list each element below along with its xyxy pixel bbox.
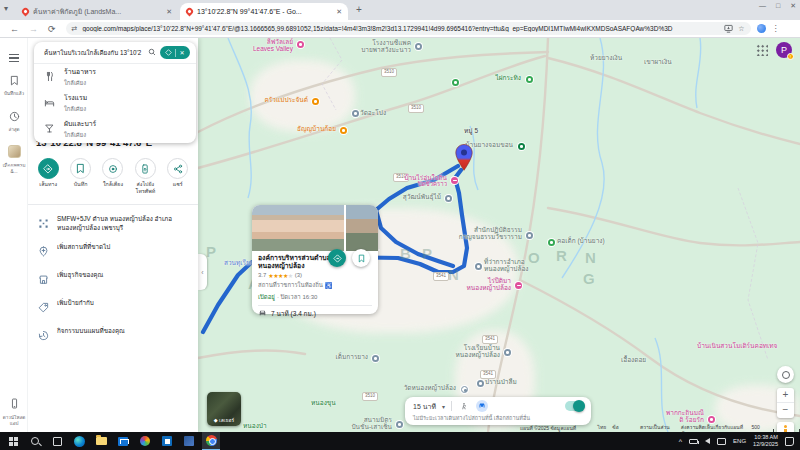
start-button[interactable] bbox=[4, 432, 22, 450]
car-mode-button[interactable] bbox=[476, 400, 488, 412]
google-apps-icon[interactable] bbox=[756, 44, 768, 56]
browser-menu-icon[interactable]: ⋮ bbox=[772, 24, 780, 33]
rail-item-เมืองเพชรบ &...[interactable]: เมืองเพชรบ &... bbox=[0, 144, 28, 174]
duration-caret-icon[interactable]: ▾ bbox=[442, 403, 445, 410]
mail-button[interactable] bbox=[114, 432, 132, 450]
photos-button[interactable] bbox=[136, 432, 154, 450]
map-label[interactable]: บ้านเนินสวนโมเดิร์นคอทเทจ bbox=[697, 342, 777, 349]
attribution-link[interactable]: ความเป็นส่วนตัว bbox=[640, 423, 675, 432]
zoom-out-button[interactable]: − bbox=[777, 403, 794, 418]
directions-badge[interactable]: ✕ bbox=[160, 46, 190, 59]
collapse-side-panel-button[interactable]: ‹ bbox=[198, 254, 207, 290]
search-icon[interactable] bbox=[148, 48, 156, 58]
map-label[interactable]: หนองขุน bbox=[311, 399, 336, 406]
แชร์-button[interactable]: แชร์ bbox=[162, 158, 194, 194]
back-button[interactable]: ← bbox=[10, 24, 19, 34]
map-label[interactable]: สนามมิตร ปันชั่น-เสาเซ็น bbox=[351, 416, 392, 431]
rail-item-ล่าสุด[interactable]: ล่าสุด bbox=[0, 108, 28, 133]
search-input[interactable]: ค้นหาในบริเวณใกล้เคียงกับ 13°10'2 bbox=[44, 48, 144, 58]
poi-icon[interactable] bbox=[396, 421, 403, 428]
poi-icon[interactable] bbox=[415, 43, 422, 50]
attribution-link[interactable]: ส่งความคิดเห็นเกี่ยวกับแผนที่นี้ bbox=[681, 423, 745, 432]
close-button[interactable]: ✕ bbox=[790, 2, 796, 10]
drive-time-row[interactable]: 7 นาที (3.4 กม.) bbox=[258, 306, 372, 322]
my-location-button[interactable] bbox=[777, 366, 794, 383]
chrome-button[interactable] bbox=[202, 432, 220, 450]
map-label[interactable]: บ้านไร่อุ่นใจถิ่นปิดชั่วคราว bbox=[404, 174, 447, 188]
map-label[interactable]: วัดอะโปง bbox=[360, 109, 386, 116]
ส่งไปยังโทรศัพท์-button[interactable]: ส่งไปยังโทรศัพท์ bbox=[129, 158, 161, 194]
store-button[interactable] bbox=[158, 432, 176, 450]
map-label[interactable]: ลีฟวัลเลย์ Leaves Valley bbox=[253, 38, 293, 53]
url-bar[interactable]: ⇄ google.com/maps/place/13°10'22.8"N+99°… bbox=[66, 22, 751, 35]
poi-icon[interactable] bbox=[451, 177, 458, 184]
suggestion-โรงแรม[interactable]: โรงแรมใกล้เคียง bbox=[34, 90, 196, 116]
account-avatar[interactable]: P ! bbox=[776, 42, 792, 58]
destination-pin-icon[interactable] bbox=[455, 144, 473, 171]
browser-tab-landsmaps[interactable]: ค้นหาค่าพิกัดภูมิ (LandsMa... ✕ bbox=[16, 3, 178, 20]
map-label[interactable]: ไร่ปีติมา หนองหญ้าปล้อง bbox=[467, 277, 511, 292]
zoom-in-button[interactable]: + bbox=[777, 388, 794, 403]
poi-icon[interactable] bbox=[372, 355, 379, 362]
edge-button[interactable] bbox=[70, 432, 88, 450]
map-label[interactable]: โรงเรียนบ้าน หนองหญ้าปล้อง bbox=[456, 344, 500, 359]
taskbar-search-button[interactable] bbox=[26, 432, 44, 450]
poi-icon[interactable] bbox=[515, 282, 522, 289]
detail-row[interactable]: เพิ่มป้ายกำกับ bbox=[28, 294, 198, 322]
layers-satellite-button[interactable]: ◆ เลเยอร์ bbox=[207, 392, 241, 426]
map-label[interactable]: เต็มการยาง bbox=[336, 353, 368, 360]
poi-icon[interactable] bbox=[352, 110, 359, 117]
poi-icon[interactable] bbox=[526, 76, 533, 83]
poi-icon[interactable] bbox=[518, 143, 525, 150]
place-photo-secondary[interactable] bbox=[346, 205, 378, 251]
attribution-link[interactable]: ข้อกำหนด bbox=[612, 423, 634, 432]
map-label[interactable]: โรงงานซีแพค บายพาสวังมะนาว bbox=[361, 39, 411, 54]
map-label[interactable]: คอเต็ก (บ้านยาง) bbox=[557, 237, 605, 244]
detail-row[interactable]: SMFW+5JV ตำบล หนองหญ้าปล้อง อำเภอ หนองหญ… bbox=[28, 210, 198, 238]
map-label[interactable]: ปรานป่าลืม bbox=[485, 378, 517, 385]
extension-icon[interactable] bbox=[757, 24, 766, 33]
walk-mode-button[interactable] bbox=[458, 400, 470, 412]
poi-icon[interactable] bbox=[504, 349, 511, 356]
poi-icon[interactable] bbox=[445, 195, 452, 202]
map-label[interactable]: ที่ว่าการอำเภอ หนองหญ้าปล้อง bbox=[484, 258, 528, 273]
place-photo[interactable] bbox=[252, 205, 344, 251]
tab-close-icon[interactable]: ✕ bbox=[166, 8, 172, 16]
poi-icon[interactable] bbox=[477, 380, 484, 387]
map-label[interactable]: สวนทุเรียน bbox=[224, 259, 254, 266]
pegman-button[interactable] bbox=[777, 422, 794, 432]
suggestion-ผับและบาร์[interactable]: ผับและบาร์ใกล้เคียง bbox=[34, 116, 196, 142]
forward-button[interactable]: → bbox=[29, 24, 38, 34]
travel-time-bar[interactable]: 15 นาที ▾ ไม่มีระยะเวลาเดินทางไปสถานที่น… bbox=[405, 397, 591, 425]
bookmark-star-icon[interactable]: ☆ bbox=[738, 25, 744, 33]
poi-icon[interactable] bbox=[297, 41, 304, 48]
new-tab-button[interactable]: + bbox=[356, 4, 362, 15]
map-label[interactable]: เขาผาเงิน bbox=[644, 58, 672, 65]
poi-icon[interactable] bbox=[340, 127, 347, 134]
map-label[interactable]: สุวัฒน์พันธุ์ไม้ bbox=[403, 193, 441, 200]
network-icon[interactable] bbox=[717, 438, 726, 445]
reload-button[interactable]: ⟳ bbox=[48, 24, 56, 34]
card-directions-button[interactable] bbox=[328, 249, 346, 267]
map-label[interactable]: ครัวแม่ประจันต์ bbox=[264, 96, 308, 103]
clear-search-icon[interactable]: ✕ bbox=[179, 49, 184, 56]
map-label[interactable]: ไผ่กระทิง bbox=[496, 74, 521, 81]
review-count[interactable]: (3) bbox=[295, 272, 302, 278]
search-box[interactable]: ค้นหาในบริเวณใกล้เคียงกับ 13°10'2 ✕ bbox=[34, 42, 196, 64]
travel-duration[interactable]: 15 นาที bbox=[413, 401, 436, 412]
map-label[interactable]: หนองป่า bbox=[243, 422, 267, 429]
บันทึก-button[interactable]: บันทึก bbox=[65, 158, 97, 194]
traffic-toggle[interactable] bbox=[565, 401, 585, 411]
place-photos[interactable] bbox=[252, 205, 378, 251]
browser-tab-maps[interactable]: 13°10'22.8"N 99°41'47.6"E - Go... ✕ bbox=[180, 3, 348, 20]
install-icon[interactable] bbox=[724, 24, 733, 33]
map-label[interactable]: พากกะถินมณี ดิ ร้อยรัก bbox=[666, 409, 704, 424]
download-app-button[interactable]: ดาวน์โหลด แอป bbox=[0, 396, 28, 426]
map-label[interactable]: สำนักปฏิบัติธรรม กาญจนธรรมวัชราราม bbox=[459, 226, 522, 241]
detail-row[interactable]: เพิ่มสถานที่ที่ขาดไป bbox=[28, 238, 198, 266]
attribution-link[interactable]: ไทย bbox=[598, 423, 607, 432]
ใกล้เคียง-button[interactable]: ใกล้เคียง bbox=[97, 158, 129, 194]
file-explorer-button[interactable] bbox=[92, 432, 110, 450]
poi-icon[interactable] bbox=[452, 79, 459, 86]
card-save-button[interactable] bbox=[352, 249, 370, 267]
